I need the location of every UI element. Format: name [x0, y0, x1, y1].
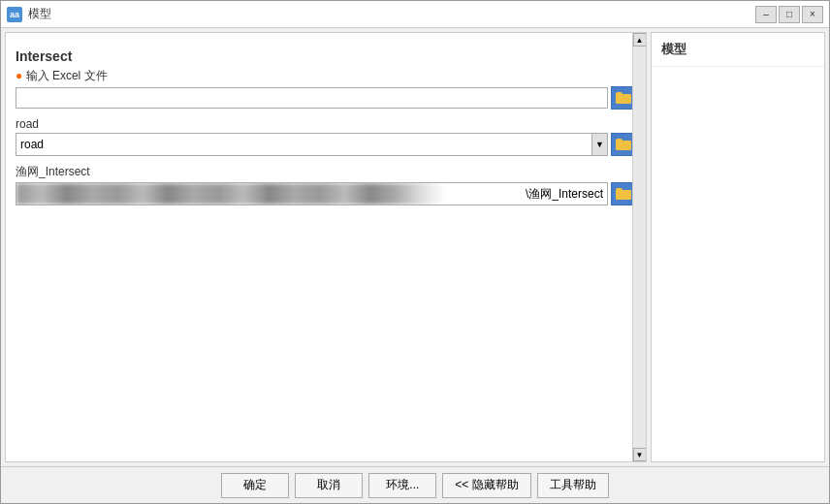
vertical-scrollbar: ▲ ▼	[632, 33, 646, 461]
restore-button[interactable]: □	[779, 6, 800, 23]
road-field-section: road road ▼	[16, 117, 636, 156]
right-panel: 模型	[651, 32, 825, 462]
path-input-wrapper: \渔网_Intersect	[16, 182, 608, 205]
fishnet-field-row: \渔网_Intersect	[16, 182, 636, 205]
main-content: Intersect 输入 Excel 文件 road	[1, 28, 829, 466]
hide-help-button[interactable]: << 隐藏帮助	[442, 473, 530, 498]
path-suffix: \渔网_Intersect	[522, 183, 607, 205]
cancel-button[interactable]: 取消	[295, 473, 363, 498]
bottom-bar: 确定 取消 环境... << 隐藏帮助 工具帮助	[1, 466, 829, 503]
fishnet-field-section: 渔网_Intersect \渔网_Intersect	[16, 164, 636, 205]
title-bar-left: aa 模型	[7, 6, 51, 22]
path-blurred	[16, 183, 522, 205]
excel-field-section: 输入 Excel 文件	[16, 68, 636, 110]
confirm-button[interactable]: 确定	[221, 473, 289, 498]
excel-field-row	[16, 86, 636, 110]
road-dropdown-wrapper[interactable]: road ▼	[16, 133, 608, 156]
scroll-down-arrow[interactable]: ▼	[633, 448, 647, 461]
minimize-button[interactable]: –	[755, 6, 777, 23]
close-button[interactable]: ×	[802, 6, 823, 23]
window-controls: – □ ×	[755, 6, 823, 23]
road-label: road	[16, 117, 636, 131]
right-panel-content	[652, 67, 824, 461]
folder-icon-2	[616, 139, 631, 150]
left-panel-inner: Intersect 输入 Excel 文件 road	[6, 33, 646, 461]
folder-icon	[616, 92, 631, 104]
tool-help-button[interactable]: 工具帮助	[537, 473, 609, 498]
road-dropdown-text: road	[16, 134, 591, 155]
environment-button[interactable]: 环境...	[368, 473, 436, 498]
title-bar: aa 模型 – □ ×	[1, 1, 829, 28]
excel-label: 输入 Excel 文件	[16, 68, 636, 84]
excel-input[interactable]	[16, 87, 608, 109]
scroll-up-arrow[interactable]: ▲	[633, 33, 647, 47]
app-icon: aa	[7, 7, 22, 22]
intersect-title: Intersect	[16, 43, 636, 68]
road-dropdown-arrow[interactable]: ▼	[591, 134, 607, 155]
right-panel-header: 模型	[652, 33, 824, 67]
road-field-row: road ▼	[16, 133, 636, 156]
main-window: aa 模型 – □ × Intersect 输入 Excel 文件	[0, 0, 830, 504]
left-panel: Intersect 输入 Excel 文件 road	[5, 32, 647, 462]
fishnet-label: 渔网_Intersect	[16, 164, 636, 180]
folder-icon-3	[616, 188, 631, 200]
window-title: 模型	[28, 6, 51, 22]
scroll-track[interactable]	[633, 47, 646, 448]
